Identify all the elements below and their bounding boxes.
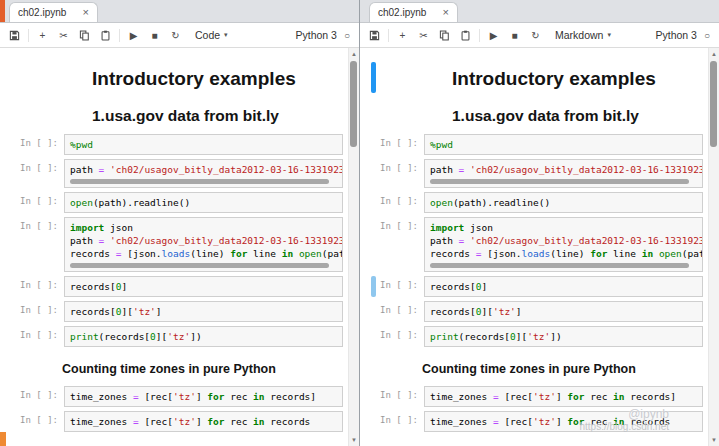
add-cell-button[interactable]: + xyxy=(395,27,410,43)
kernel-name: Python 3 xyxy=(296,29,337,41)
code-cell[interactable]: In [ ]:time_zones = [rec['tz'] for rec i… xyxy=(6,386,343,407)
restart-kernel-button[interactable]: ↻ xyxy=(528,27,543,43)
interrupt-kernel-button[interactable]: ■ xyxy=(507,27,522,43)
save-button[interactable] xyxy=(367,27,382,43)
code-cell[interactable]: In [ ]:%pwd xyxy=(6,134,343,155)
code-editor[interactable]: records[0]['tz'] xyxy=(64,301,343,322)
cut-cell-button[interactable]: ✂ xyxy=(56,27,71,43)
run-cell-button[interactable]: ▶ xyxy=(126,27,141,43)
heading-h2: 1.usa.gov data from bit.ly xyxy=(366,106,703,125)
chevron-down-icon: ▾ xyxy=(607,31,611,39)
code-editor[interactable]: print(records[0]['tz']) xyxy=(64,326,343,347)
cell-prompt: In [ ]: xyxy=(366,134,424,155)
code-editor[interactable]: records[0] xyxy=(424,276,703,297)
code-cell[interactable]: In [ ]:import jsonpath = 'ch02/usagov_bi… xyxy=(6,217,343,272)
cell-type-dropdown[interactable]: Code ▾ xyxy=(195,29,228,41)
code-editor[interactable]: %pwd xyxy=(64,134,343,155)
cell-type-dropdown[interactable]: Markdown ▾ xyxy=(555,29,611,41)
code-cell[interactable]: In [ ]:path = 'ch02/usagov_bitly_data201… xyxy=(6,159,343,188)
code-editor[interactable]: records[0]['tz'] xyxy=(424,301,703,322)
cell-prompt: In [ ]: xyxy=(6,411,64,432)
scrollbar-thumb[interactable] xyxy=(350,61,357,147)
scroll-up-icon[interactable]: ▲ xyxy=(349,49,359,59)
code-cell[interactable]: In [ ]:records[0] xyxy=(6,276,343,297)
cut-cell-button[interactable]: ✂ xyxy=(416,27,431,43)
code-cell[interactable]: In [ ]:path = 'ch02/usagov_bitly_data201… xyxy=(366,159,703,188)
code-cell[interactable]: In [ ]:print(records[0]['tz']) xyxy=(6,326,343,347)
scrollbar-thumb[interactable] xyxy=(710,61,717,147)
scroll-down-icon[interactable]: ▼ xyxy=(709,435,719,445)
heading-h1: Introductory examples xyxy=(6,66,343,91)
code-cell[interactable]: In [ ]:open(path).readline() xyxy=(366,192,703,213)
markdown-cell[interactable]: Counting time zones in pure Python xyxy=(366,351,703,382)
code-cell[interactable]: In [ ]:import jsonpath = 'ch02/usagov_bi… xyxy=(366,217,703,272)
tab-bar: ch02.ipynb × xyxy=(360,0,719,23)
scissors-icon: ✂ xyxy=(419,30,427,41)
markdown-cell[interactable]: Counting time zones in pure Python xyxy=(6,351,343,382)
code-cell[interactable]: In [ ]:open(path).readline() xyxy=(6,192,343,213)
notebook-area: Introductory examples1.usa.gov data from… xyxy=(0,48,359,446)
code-editor[interactable]: print(records[0]['tz']) xyxy=(424,326,703,347)
chevron-down-icon: ▾ xyxy=(224,31,228,39)
windows-row: ch02.ipynb × + ✂ xyxy=(0,0,719,446)
horizontal-scrollbar-thumb[interactable] xyxy=(70,263,329,268)
scroll-up-icon[interactable]: ▲ xyxy=(709,49,719,59)
code-cell[interactable]: In [ ]:records[0] xyxy=(366,276,703,297)
code-cell[interactable]: In [ ]:records[0]['tz'] xyxy=(366,301,703,322)
scroll-down-icon[interactable]: ▼ xyxy=(349,435,359,445)
code-line: open(path).readline() xyxy=(430,196,697,209)
add-cell-button[interactable]: + xyxy=(35,27,50,43)
right-window: ch02.ipynb × + ✂ xyxy=(359,0,719,446)
code-cell[interactable]: In [ ]:time_zones = [rec['tz'] for rec i… xyxy=(6,411,343,432)
toolbar-separator xyxy=(28,29,29,42)
code-editor[interactable]: time_zones = [rec['tz'] for rec in recor… xyxy=(64,386,343,407)
code-editor[interactable]: time_zones = [rec['tz'] for rec in recor… xyxy=(424,411,703,432)
cell-prompt: In [ ]: xyxy=(6,326,64,347)
run-cell-button[interactable]: ▶ xyxy=(486,27,501,43)
code-cell[interactable]: In [ ]:time_zones = [rec['tz'] for rec i… xyxy=(366,411,703,432)
code-editor[interactable]: time_zones = [rec['tz'] for rec in recor… xyxy=(64,411,343,432)
code-editor[interactable]: %pwd xyxy=(424,134,703,155)
close-icon[interactable]: × xyxy=(82,7,88,18)
vertical-scrollbar[interactable]: ▲ ▼ xyxy=(708,48,719,446)
interrupt-kernel-button[interactable]: ■ xyxy=(147,27,162,43)
code-editor[interactable]: open(path).readline() xyxy=(424,192,703,213)
markdown-cell[interactable]: 1.usa.gov data from bit.ly xyxy=(366,97,703,130)
code-editor[interactable]: import jsonpath = 'ch02/usagov_bitly_dat… xyxy=(64,217,343,272)
notebook-tab[interactable]: ch02.ipynb × xyxy=(9,2,98,22)
code-editor[interactable]: path = 'ch02/usagov_bitly_data2012-03-16… xyxy=(424,159,703,188)
notebook-tab[interactable]: ch02.ipynb × xyxy=(369,2,458,22)
markdown-cell[interactable]: Introductory examples xyxy=(6,62,343,93)
paste-cell-button[interactable] xyxy=(98,27,113,43)
markdown-cell[interactable]: 1.usa.gov data from bit.ly xyxy=(6,97,343,130)
code-cell[interactable]: In [ ]:print(records[0]['tz']) xyxy=(366,326,703,347)
code-editor[interactable]: import jsonpath = 'ch02/usagov_bitly_dat… xyxy=(424,217,703,272)
cell-prompt: In [ ]: xyxy=(366,192,424,213)
restart-kernel-button[interactable]: ↻ xyxy=(168,27,183,43)
copy-cell-button[interactable] xyxy=(77,27,92,43)
copy-cell-button[interactable] xyxy=(437,27,452,43)
cell-type-value: Code xyxy=(195,29,220,41)
code-editor[interactable]: open(path).readline() xyxy=(64,192,343,213)
stop-icon: ■ xyxy=(511,30,517,41)
code-editor[interactable]: records[0] xyxy=(64,276,343,297)
code-editor[interactable]: time_zones = [rec['tz'] for rec in recor… xyxy=(424,386,703,407)
horizontal-scrollbar-thumb[interactable] xyxy=(430,263,689,268)
code-cell[interactable]: In [ ]:%pwd xyxy=(366,134,703,155)
paste-cell-button[interactable] xyxy=(458,27,473,43)
cell-prompt: In [ ]: xyxy=(366,386,424,407)
horizontal-scrollbar-thumb[interactable] xyxy=(430,179,689,184)
cell-selection-bar xyxy=(371,276,376,297)
code-cell[interactable]: In [ ]:time_zones = [rec['tz'] for rec i… xyxy=(366,386,703,407)
code-line: time_zones = [rec['tz'] for rec in recor… xyxy=(70,390,337,403)
horizontal-scrollbar-thumb[interactable] xyxy=(70,179,329,184)
notebook-toolbar: + ✂ ▶ ■ ↻ Code ▾ P xyxy=(0,23,359,48)
markdown-cell[interactable]: Introductory examples xyxy=(366,62,703,93)
clipboard-icon xyxy=(460,30,471,41)
vertical-scrollbar[interactable]: ▲ ▼ xyxy=(348,48,359,446)
save-button[interactable] xyxy=(7,27,22,43)
code-line: records[0]['tz'] xyxy=(430,305,697,318)
code-editor[interactable]: path = 'ch02/usagov_bitly_data2012-03-16… xyxy=(64,159,343,188)
code-cell[interactable]: In [ ]:records[0]['tz'] xyxy=(6,301,343,322)
close-icon[interactable]: × xyxy=(442,7,448,18)
